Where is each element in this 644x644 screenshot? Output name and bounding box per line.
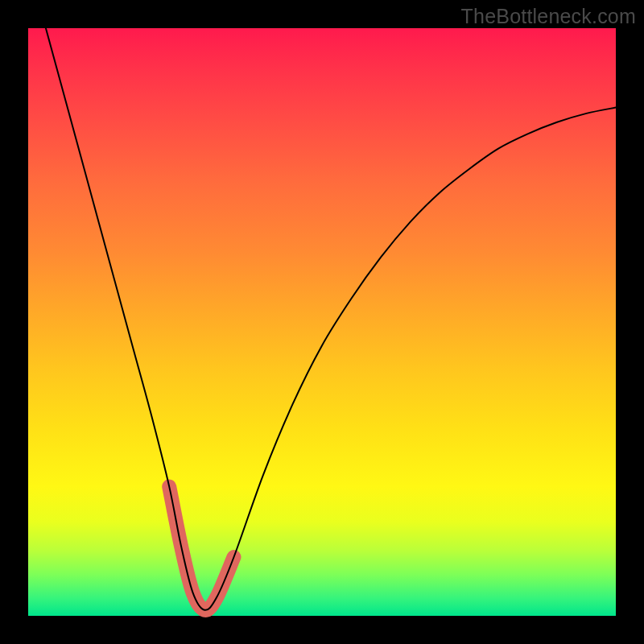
bottleneck-highlight	[169, 486, 233, 609]
curve-layer	[28, 28, 616, 616]
bottleneck-curve	[46, 28, 616, 610]
chart-frame: TheBottleneck.com	[0, 0, 644, 644]
watermark-text: TheBottleneck.com	[461, 5, 636, 28]
